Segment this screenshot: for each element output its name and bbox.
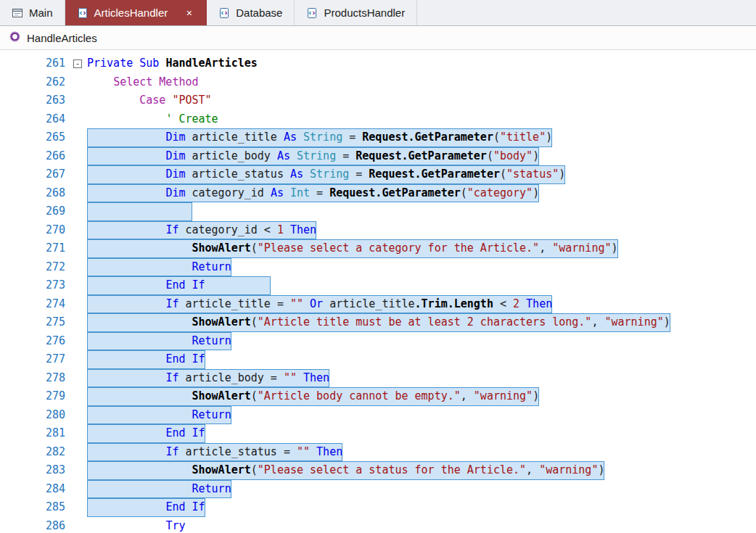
line-number[interactable]: 272 <box>0 258 65 277</box>
code-token: "" <box>284 371 297 384</box>
code-token <box>87 297 165 310</box>
code-line[interactable]: 261-Private Sub HandleArticles <box>0 54 756 73</box>
line-number[interactable]: 265 <box>0 128 65 147</box>
tab-label: ArticlesHandler <box>94 7 168 19</box>
code-line[interactable]: 272 Return <box>0 258 756 277</box>
code-token <box>87 186 165 199</box>
code-area[interactable]: 261-Private Sub HandleArticles262 Select… <box>0 50 756 533</box>
line-number[interactable]: 268 <box>0 184 65 203</box>
code-token: String <box>297 149 336 162</box>
code-line[interactable]: 283 ShowAlert("Please select a status fo… <box>0 461 756 480</box>
code-token: Then <box>297 371 329 384</box>
code-line[interactable]: 284 Return <box>0 480 756 499</box>
line-number[interactable]: 284 <box>0 480 65 499</box>
close-tab-icon[interactable]: × <box>184 8 194 18</box>
code-token <box>87 408 192 421</box>
line-number[interactable]: 278 <box>0 369 65 388</box>
code-line[interactable]: 277 End If <box>0 350 756 369</box>
line-number[interactable]: 277 <box>0 350 65 369</box>
line-number[interactable]: 271 <box>0 239 65 258</box>
fold-gutter <box>65 147 87 166</box>
code-token <box>87 463 192 476</box>
line-number[interactable]: 279 <box>0 387 65 406</box>
code-line[interactable]: 274 If article_title = "" Or article_tit… <box>0 295 756 314</box>
line-number[interactable]: 264 <box>0 110 65 129</box>
code-token: Dim <box>165 149 192 162</box>
code-line[interactable]: 262 Select Method <box>0 73 756 92</box>
code-line[interactable]: 270 If category_id < 1 Then <box>0 221 756 240</box>
tab-articleshandler[interactable]: ArticlesHandler × <box>65 0 208 25</box>
code-module-icon <box>306 7 318 19</box>
code-token <box>87 482 192 495</box>
fold-collapse-icon[interactable]: - <box>73 59 82 68</box>
fold-gutter <box>65 202 87 221</box>
code-line[interactable]: 266 Dim article_body As String = Request… <box>0 147 756 166</box>
line-number[interactable]: 276 <box>0 332 65 351</box>
code-module-icon <box>77 7 89 19</box>
line-number[interactable]: 281 <box>0 424 65 443</box>
line-number[interactable]: 263 <box>0 91 65 110</box>
code-token: article_status <box>192 168 290 181</box>
code-token: If <box>165 223 185 236</box>
fold-gutter <box>65 73 87 92</box>
code-token: As <box>284 131 303 144</box>
code-token: ( <box>500 168 506 181</box>
selected-code: Dim category_id As Int = Request.GetPara… <box>87 184 539 203</box>
code-token: Request.GetParameter <box>369 168 500 181</box>
code-token: Request.GetParameter <box>329 186 461 199</box>
code-token: "Article title must be at least 2 charac… <box>258 315 592 329</box>
code-line[interactable]: 285 End If <box>0 498 756 517</box>
line-number[interactable]: 269 <box>0 202 65 221</box>
code-line[interactable]: 268 Dim category_id As Int = Request.Get… <box>0 184 756 203</box>
code-text: ' Create <box>87 110 218 129</box>
code-line[interactable]: 267 Dim article_status As String = Reque… <box>0 165 756 184</box>
line-number[interactable]: 266 <box>0 147 65 166</box>
code-line[interactable]: 278 If article_body = "" Then <box>0 369 756 388</box>
line-number[interactable]: 270 <box>0 221 65 240</box>
line-number[interactable]: 285 <box>0 498 65 517</box>
code-line[interactable]: 269 <box>0 202 756 221</box>
code-token: ) <box>559 168 565 181</box>
code-text: Select Method <box>87 73 199 92</box>
line-number[interactable]: 275 <box>0 313 65 332</box>
line-number[interactable]: 262 <box>0 73 65 92</box>
line-number[interactable]: 282 <box>0 443 65 462</box>
code-line-content: Dim article_status As String = Request.G… <box>87 165 756 184</box>
fold-gutter <box>65 313 87 332</box>
line-number[interactable]: 280 <box>0 406 65 425</box>
line-number[interactable]: 261 <box>0 54 65 73</box>
tab-productshandler[interactable]: ProductsHandler <box>295 0 417 25</box>
code-line[interactable]: 286 Try <box>0 517 756 533</box>
code-line[interactable]: 264 ' Create <box>0 110 756 129</box>
code-token: Dim <box>165 186 192 199</box>
current-sub-name[interactable]: HandleArticles <box>27 32 97 44</box>
line-number[interactable]: 267 <box>0 165 65 184</box>
line-number[interactable]: 274 <box>0 295 65 314</box>
code-line[interactable]: 281 End If <box>0 424 756 443</box>
line-number[interactable]: 273 <box>0 276 65 295</box>
code-line[interactable]: 280 Return <box>0 406 756 425</box>
code-line[interactable]: 263 Case "POST" <box>0 91 756 110</box>
code-line[interactable]: 279 ShowAlert("Article body cannot be em… <box>0 387 756 406</box>
fold-gutter <box>65 443 87 462</box>
code-line[interactable]: 282 If article_status = "" Then <box>0 443 756 462</box>
selected-code <box>87 202 192 221</box>
code-line[interactable]: 273 End If <box>0 276 756 295</box>
breadcrumb: HandleArticles <box>0 26 756 50</box>
code-line-content: Return <box>87 480 756 499</box>
tab-main[interactable]: Main <box>0 0 65 25</box>
code-line[interactable]: 276 Return <box>0 332 756 351</box>
code-token: ( <box>251 463 258 476</box>
code-token: ( <box>493 131 500 144</box>
code-token: Then <box>284 223 316 236</box>
tab-database[interactable]: Database <box>207 0 295 25</box>
selected-code: If article_body = "" Then <box>87 369 329 388</box>
line-number[interactable]: 286 <box>0 517 65 533</box>
code-line[interactable]: 271 ShowAlert("Please select a category … <box>0 239 756 258</box>
code-line[interactable]: 265 Dim article_title As String = Reques… <box>0 128 756 147</box>
code-token: Then <box>519 297 552 310</box>
code-line[interactable]: 275 ShowAlert("Article title must be at … <box>0 313 756 332</box>
code-token: < <box>493 297 513 310</box>
fold-gutter <box>65 387 87 406</box>
line-number[interactable]: 283 <box>0 461 65 480</box>
